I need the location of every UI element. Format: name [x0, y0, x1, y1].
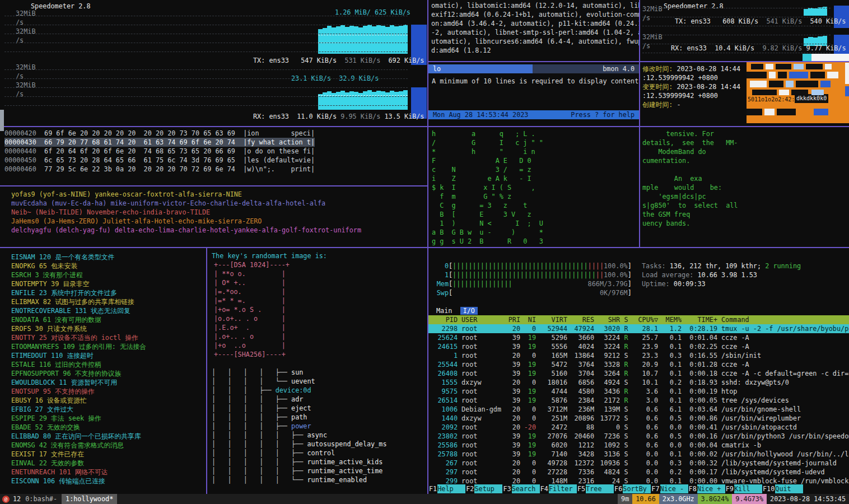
process-cell: 0.1	[658, 333, 682, 342]
column-header[interactable]: S	[620, 315, 632, 324]
fkey-action[interactable]: Filter	[549, 484, 577, 493]
chart-bar	[390, 25, 394, 54]
tree-line: │ │ │ ├── device:0d	[212, 386, 387, 395]
process-row[interactable]: 23802root391927076204607236S0.60.50:00.1…	[428, 432, 849, 441]
fkey-label[interactable]: F4	[540, 484, 549, 493]
process-row[interactable]: 2298root20052944479243020R28.11.20:28.19…	[428, 324, 849, 333]
fkey-action[interactable]: SortBy	[623, 484, 651, 493]
fkey-label[interactable]: F10	[762, 484, 775, 493]
axis-label: /s	[16, 90, 24, 99]
window-tab-bash[interactable]: 0:bash#-	[25, 494, 57, 503]
modem-doc-line: tensive. For	[642, 129, 738, 138]
process-cell: 3712M	[536, 405, 567, 414]
fkey-action[interactable]: Kill	[734, 484, 762, 493]
process-cell: 5296	[536, 333, 567, 342]
column-header[interactable]: MEM%	[658, 315, 682, 324]
process-row[interactable]: 25586root3919602012121092S0.60.00:00.04c…	[428, 441, 849, 450]
chart-bar	[390, 91, 394, 110]
fkey-action[interactable]: Nice +	[697, 484, 725, 493]
errno-line: ENFILE 23 系统中打开的文件过多	[11, 288, 146, 297]
tree-line: │ │ │ │ │ ├── runtime_active_time	[212, 466, 387, 475]
grid-line	[4, 43, 408, 43]
process-cell: 2298	[428, 324, 458, 333]
process-row[interactable]: 1555dxzyw2001801668564924S10.10.20:18.93…	[428, 378, 849, 387]
process-row[interactable]: 25788root3919714034283136S0.00.10:00.02/…	[428, 450, 849, 459]
tab-io[interactable]: I/O	[460, 307, 478, 315]
fkey-action[interactable]: Quit	[775, 484, 803, 493]
column-header[interactable]: PID	[428, 315, 458, 324]
bmon-interface-tab[interactable]: lo	[428, 64, 533, 73]
fkey-action[interactable]: Search	[512, 484, 540, 493]
process-row[interactable]: 26408root3919516037043264R10.70.10:00.18…	[428, 369, 849, 378]
tree-node: sun	[291, 368, 303, 376]
process-table: 2298root20052944479243020R28.11.20:28.19…	[428, 324, 849, 486]
tree-line: │ │ │ │ │ └── runtime_enabled	[212, 475, 387, 484]
art-cell	[752, 90, 777, 95]
process-row[interactable]: 2092root20-202472880S0.60.00:00.41/usr/s…	[428, 423, 849, 432]
process-row[interactable]: 25544root3919547237643328R20.90.10:01.28…	[428, 360, 849, 369]
column-header[interactable]: CPU%▽	[632, 315, 658, 324]
window-tab-hollywood[interactable]: 1:hollywood*	[62, 494, 117, 504]
column-header[interactable]: RES	[567, 315, 594, 324]
process-row[interactable]: 26514root3919587623842172R3.00.10:00.05t…	[428, 396, 849, 405]
process-cell: 139M	[594, 405, 620, 414]
apt-output-line: exif12:amd64 (0.6.24-1+b1, automatic), e…	[431, 10, 639, 19]
file-time-label: 创建时间:	[642, 101, 673, 109]
fkey-action[interactable]: Nice -	[660, 484, 688, 493]
bmon-statusbar: Mon Aug 28 14:53:44 2023 Press ? for hel…	[428, 110, 639, 119]
pane-file-times: 修改时间: 2023-08-28 14:44:12.539999942 +080…	[640, 62, 747, 126]
column-header[interactable]: TIME+	[682, 315, 717, 324]
tab-main[interactable]: Main	[436, 307, 452, 315]
fkey-label[interactable]: F7	[651, 484, 660, 493]
process-row[interactable]: 1440dxzyw200251M2089613772S0.60.50:00.86…	[428, 414, 849, 423]
fkey-label[interactable]: F5	[577, 484, 586, 493]
modem-doc-line: ModemBand do	[642, 147, 738, 156]
fkey-action[interactable]: Tree	[586, 484, 614, 493]
fkey-label[interactable]: F8	[688, 484, 697, 493]
process-cell: 0:28.19	[682, 324, 717, 333]
column-header[interactable]: Command	[717, 315, 849, 324]
fkey-label[interactable]: F1	[428, 484, 437, 493]
art-cell	[810, 72, 825, 78]
chart-bar	[363, 91, 367, 110]
scroll-indicator[interactable]	[0, 110, 4, 131]
column-header[interactable]: VIRT	[536, 315, 567, 324]
process-cell: 19	[520, 432, 536, 441]
process-cell: 0.6	[632, 441, 658, 450]
process-row[interactable]: 24615root3919555640243224R23.90.10:02.25…	[428, 342, 849, 351]
process-cell: /lib/systemd/systemd-journald	[717, 459, 849, 468]
tx-graph	[804, 6, 827, 16]
process-cell: 20	[501, 423, 520, 432]
process-row[interactable]: 1root200165M138649212S23.30.30:16.55/sbi…	[428, 351, 849, 360]
fkey-label[interactable]: F6	[614, 484, 623, 493]
chart-bar	[336, 92, 340, 110]
fkey-action[interactable]: Setup	[474, 484, 502, 493]
fkey-label[interactable]: F9	[725, 484, 734, 493]
speedometer-title: Speedometer 2.8	[31, 2, 91, 11]
process-cell: htop	[717, 387, 849, 396]
chart-bar	[376, 91, 381, 110]
fkey-action[interactable]: Help	[437, 484, 465, 493]
process-row[interactable]: 297root2002722873364824S0.00.20:00.17/li…	[428, 468, 849, 477]
process-cell: 0:00.04	[682, 441, 717, 450]
process-cell: 19	[520, 333, 536, 342]
column-header[interactable]: USER	[458, 315, 501, 324]
htop-function-keys: F1HelpF2SetupF3SearchF4FilterF5TreeF6Sor…	[428, 484, 849, 493]
tree-branch: │ │ │ ├──	[212, 386, 276, 394]
process-cell: 0.3	[658, 351, 682, 360]
column-header[interactable]: NI	[520, 315, 536, 324]
column-header[interactable]: PRI	[501, 315, 520, 324]
file-time-line: 修改时间: 2023-08-28 14:44	[642, 64, 740, 73]
grid-line	[4, 87, 408, 88]
process-row[interactable]: 9575root3919474445803436R3.60.10:00.19ht…	[428, 387, 849, 396]
file-time-value: :12.539999942 +0800	[642, 92, 718, 100]
fkey-label[interactable]: F3	[502, 484, 511, 493]
fkey-label[interactable]: F2	[465, 484, 474, 493]
process-row[interactable]: 267root200497281237210936S0.00.30:00.32/…	[428, 459, 849, 468]
process-cell: 2092	[428, 423, 458, 432]
art-cell	[811, 90, 824, 95]
process-row[interactable]: 1006Debian-gdm2003712M236M139MS0.66.10:0…	[428, 405, 849, 414]
process-row[interactable]: 25624root3919529636603224R25.70.10:01.04…	[428, 333, 849, 342]
process-cell: 20.9	[632, 360, 658, 369]
column-header[interactable]: SHR	[594, 315, 620, 324]
